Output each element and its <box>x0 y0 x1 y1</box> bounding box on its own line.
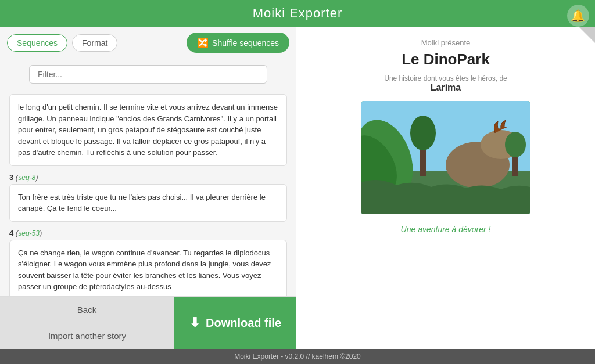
filter-input[interactable] <box>29 65 267 84</box>
sequence-text: le long d'un petit chemin. Il se termine… <box>18 103 278 157</box>
shuffle-label: Shuffle sequences <box>212 38 279 48</box>
footer-text: Moiki Exporter - v0.2.0 // kaelhem ©2020 <box>234 352 361 361</box>
svg-point-11 <box>505 132 526 157</box>
dino-image <box>361 101 530 214</box>
tab-sequences[interactable]: Sequences <box>7 34 67 52</box>
download-icon: ⬇ <box>189 315 200 330</box>
app-title: Moiki Exporter <box>253 6 343 20</box>
import-button[interactable]: Import another story <box>0 323 174 349</box>
nav-tabs: Sequences Format 🔀 Shuffle sequences <box>0 27 296 59</box>
sequence-label: 3 (seq-8) <box>9 173 287 182</box>
tab-format[interactable]: Format <box>72 34 117 52</box>
shuffle-icon: 🔀 <box>197 37 209 48</box>
preview-presented-by: Moiki présente <box>421 38 471 47</box>
sequence-card: Ton frère est très triste que tu ne l'ai… <box>9 184 287 222</box>
notification-icon[interactable]: 🔔 <box>567 5 589 27</box>
svg-point-9 <box>410 116 436 150</box>
download-button[interactable]: ⬇ Download file <box>174 297 296 349</box>
download-label: Download file <box>206 316 281 330</box>
app-footer: Moiki Exporter - v0.2.0 // kaelhem ©2020 <box>0 349 595 364</box>
preview-panel: Moiki présente Le DinoPark Une histoire … <box>296 27 595 349</box>
back-button[interactable]: Back <box>0 297 174 323</box>
preview-story-type: Une histoire dont vous êtes le héros, de <box>384 74 507 82</box>
list-item: le long d'un petit chemin. Il se termine… <box>9 94 287 166</box>
sequence-card: le long d'un petit chemin. Il se termine… <box>9 94 287 166</box>
preview-author: Larima <box>431 82 461 93</box>
seq-id: seq-53 <box>18 229 40 237</box>
bottom-buttons: Back Import another story ⬇ Download fil… <box>0 296 296 349</box>
sequence-card: Ça ne change rien, le wagon continue d'a… <box>9 240 287 297</box>
seq-num: 3 <box>9 173 13 182</box>
app-header: Moiki Exporter 🔔 <box>0 0 595 27</box>
left-panel: Sequences Format 🔀 Shuffle sequences le … <box>0 27 296 349</box>
sequence-label: 4 (seq-53) <box>9 229 287 237</box>
seq-id: seq-8 <box>18 174 35 182</box>
seq-num: 4 <box>9 229 13 237</box>
filter-container <box>0 59 296 89</box>
list-item: 4 (seq-53) Ça ne change rien, le wagon c… <box>9 229 287 297</box>
shuffle-button[interactable]: 🔀 Shuffle sequences <box>187 33 289 53</box>
sequence-text: Ça ne change rien, le wagon continue d'a… <box>18 248 271 291</box>
sequence-text: Ton frère est très triste que tu ne l'ai… <box>18 193 266 213</box>
list-item: 3 (seq-8) Ton frère est très triste que … <box>9 173 287 222</box>
preview-title: Le DinoPark <box>402 51 490 69</box>
sequences-list: le long d'un petit chemin. Il se termine… <box>0 89 296 296</box>
preview-tagline: Une aventure à dévorer ! <box>401 225 491 234</box>
